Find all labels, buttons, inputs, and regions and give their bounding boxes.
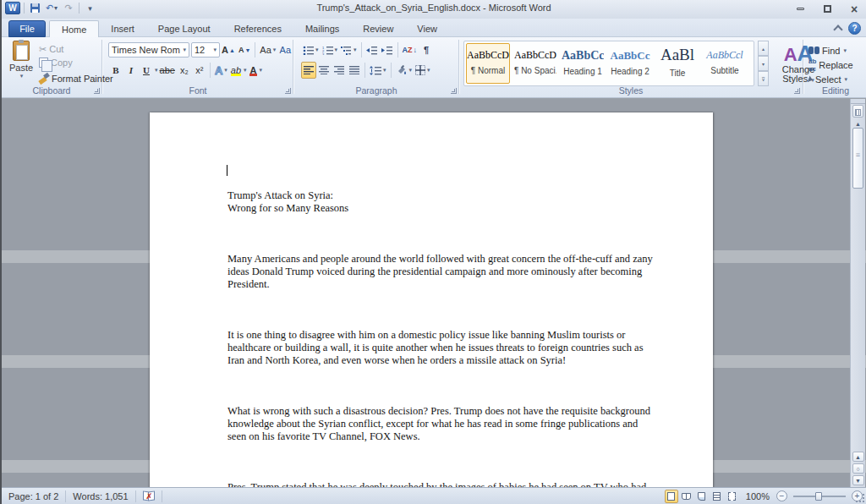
paste-button[interactable]: Paste ▾ <box>7 41 36 91</box>
font-size-combobox[interactable]: 12▾ <box>191 42 220 58</box>
close-icon: × <box>851 3 858 16</box>
paragraph[interactable]: It is one thing to disagree with him on … <box>227 329 676 367</box>
view-web-layout-button[interactable] <box>695 490 709 503</box>
minimize-icon <box>797 8 804 10</box>
collapse-ribbon-icon[interactable] <box>833 25 842 34</box>
previous-page-button[interactable]: ▲ <box>852 452 864 462</box>
scrollbar-thumb[interactable] <box>852 128 863 189</box>
help-button[interactable]: ? <box>848 22 861 35</box>
paragraph[interactable]: What is wrong with such a disastrous dec… <box>227 405 676 443</box>
underline-button[interactable]: U <box>139 62 154 79</box>
clear-formatting-button[interactable]: Aa <box>277 41 293 58</box>
ruler-toggle-button[interactable] <box>852 105 863 118</box>
copy-button[interactable]: Copy <box>39 56 113 69</box>
bullets-button[interactable]: ▾ <box>301 41 321 58</box>
font-color-button[interactable]: A▾ <box>249 62 264 79</box>
zoom-slider-track[interactable] <box>793 496 846 497</box>
underline-dropdown[interactable]: ▾ <box>155 67 158 74</box>
document-heading[interactable]: Trump's Attack on Syria: Wrong for so Ma… <box>227 189 676 215</box>
numbering-button[interactable]: 123▾ <box>321 41 340 58</box>
format-painter-button[interactable]: Format Painter <box>39 72 113 85</box>
borders-button[interactable]: ▾ <box>414 62 432 79</box>
replace-button[interactable]: abac Replace <box>808 58 853 72</box>
split-handle[interactable] <box>851 99 865 104</box>
multilevel-list-button[interactable]: ▾ <box>339 41 359 58</box>
zoom-slider-handle[interactable] <box>815 492 822 501</box>
styles-dialog-launcher[interactable] <box>794 88 800 94</box>
paragraph[interactable]: Many Americans and people around the wor… <box>227 253 676 291</box>
change-case-button[interactable]: Aa▾ <box>258 41 277 58</box>
font-name-combobox[interactable]: Times New Rom▾ <box>108 42 189 58</box>
cut-button[interactable]: ✂ Cut <box>39 42 113 56</box>
find-button[interactable]: Find▾ <box>808 43 853 58</box>
highlight-button[interactable]: ab▾ <box>229 62 249 79</box>
decrease-indent-button[interactable] <box>364 41 380 58</box>
select-browse-object-button[interactable]: ○ <box>852 463 864 474</box>
restore-button[interactable] <box>820 3 834 14</box>
font-dialog-launcher[interactable] <box>285 88 291 94</box>
styles-gallery-expand[interactable]: ⊽ <box>758 71 769 86</box>
clipboard-group-label: Clipboard <box>2 85 101 96</box>
tab-view[interactable]: View <box>405 20 449 37</box>
tab-references[interactable]: References <box>222 20 293 37</box>
italic-button[interactable]: I <box>123 62 139 79</box>
word-count[interactable]: Words: 1,051 <box>66 490 134 502</box>
style-heading2[interactable]: AaBbCc Heading 2 <box>608 43 652 84</box>
align-left-button[interactable] <box>301 62 316 79</box>
paragraph-group: ▾ 123▾ ▾ AZ↓ ¶ ▾ ▾ ▾ Paragr <box>294 39 458 96</box>
shading-button[interactable]: ▾ <box>394 62 414 79</box>
align-right-button[interactable] <box>332 62 347 79</box>
paragraph[interactable]: Pres. Trump stated that he was deeply to… <box>227 481 676 487</box>
find-icon <box>808 47 819 54</box>
increase-indent-button[interactable] <box>380 41 395 58</box>
document-text[interactable]: Trump's Attack on Syria: Wrong for so Ma… <box>227 164 676 487</box>
proofing-errors-icon[interactable]: ✗ <box>143 491 155 501</box>
tab-review[interactable]: Review <box>351 20 405 37</box>
style-subtitle[interactable]: AaBbCcl Subtitle <box>703 43 747 84</box>
tab-insert[interactable]: Insert <box>99 20 146 37</box>
select-button[interactable]: Select▾ <box>808 72 853 86</box>
page-count[interactable]: Page: 1 of 2 <box>2 490 65 502</box>
paragraph-dialog-launcher[interactable] <box>451 88 457 94</box>
zoom-level[interactable]: 100% <box>741 491 775 501</box>
align-center-button[interactable] <box>316 62 332 79</box>
styles-scroll-up[interactable]: ▴ <box>758 41 769 56</box>
clipboard-dialog-launcher[interactable] <box>94 88 100 94</box>
style-heading1[interactable]: AaBbCc Heading 1 <box>561 43 605 84</box>
view-print-layout-button[interactable] <box>665 490 678 503</box>
close-button[interactable]: × <box>847 3 861 14</box>
bold-button[interactable]: B <box>108 62 123 79</box>
sort-button[interactable]: AZ↓ <box>401 41 419 58</box>
tab-mailings[interactable]: Mailings <box>293 20 351 37</box>
style-no-spacing[interactable]: AaBbCcDc ¶ No Spaci... <box>513 43 557 84</box>
view-fullscreen-reading-button[interactable] <box>680 490 693 503</box>
view-draft-button[interactable] <box>726 490 739 503</box>
style-title[interactable]: AaBl Title <box>655 43 699 84</box>
subscript-button[interactable]: x₂ <box>177 62 192 79</box>
grow-font-button[interactable]: A▲ <box>220 41 237 58</box>
justify-button[interactable] <box>347 62 362 79</box>
styles-group: AaBbCcDc ¶ Normal AaBbCcDc ¶ No Spaci...… <box>460 39 802 96</box>
document-page[interactable]: Trump's Attack on Syria: Wrong for so Ma… <box>150 112 713 487</box>
resize-grip[interactable] <box>855 493 865 503</box>
group-divider <box>458 40 459 94</box>
show-hide-marks-button[interactable]: ¶ <box>419 41 434 58</box>
view-outline-button[interactable] <box>710 490 724 503</box>
styles-scroll-down[interactable]: ▾ <box>758 56 769 71</box>
tab-file[interactable]: File <box>8 20 46 37</box>
next-page-button[interactable]: ▼ <box>852 475 864 485</box>
tab-page-layout[interactable]: Page Layout <box>146 20 222 37</box>
minimize-button[interactable] <box>793 3 807 14</box>
superscript-button[interactable]: x² <box>192 62 207 79</box>
zoom-out-button[interactable]: − <box>776 490 787 501</box>
title-bar: W ↶▾ ↷ ▾ Trump's_Attack_on_Syria_English… <box>2 0 866 19</box>
line-spacing-button[interactable]: ▾ <box>368 62 388 79</box>
tab-home[interactable]: Home <box>49 20 99 37</box>
vertical-scrollbar[interactable]: ▲ ▲ ○ ▼ <box>850 99 865 487</box>
style-normal[interactable]: AaBbCcDc ¶ Normal <box>466 43 510 84</box>
strikethrough-button[interactable]: abe <box>158 62 177 79</box>
font-group: Times New Rom▾ 12▾ A▲ A▼ Aa▾ Aa B I U▾ a… <box>103 39 293 96</box>
text-effects-button[interactable]: A▾ <box>213 62 229 79</box>
shrink-font-button[interactable]: A▼ <box>237 41 252 58</box>
status-bar: Page: 1 of 2 Words: 1,051 ✗ 100% − + <box>2 487 866 504</box>
